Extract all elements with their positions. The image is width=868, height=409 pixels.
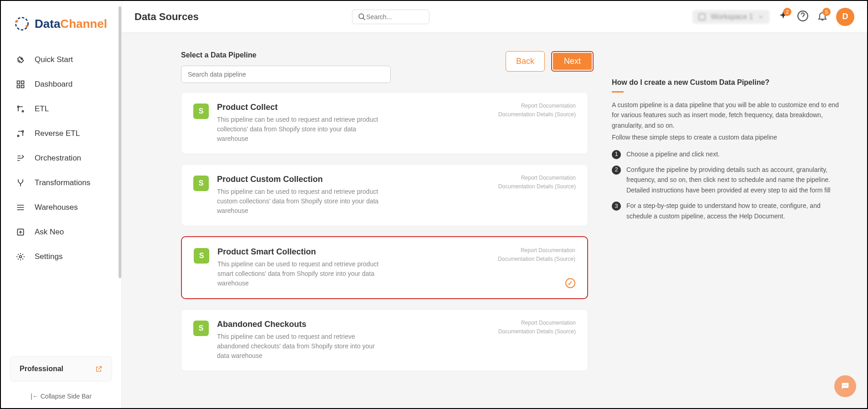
shopify-icon: S <box>193 321 209 336</box>
plan-label: Professional <box>20 365 63 373</box>
svg-point-11 <box>17 135 19 136</box>
workspace-selector[interactable]: Workspace 1 <box>692 10 770 24</box>
card-link-details[interactable]: Documentation Details (Source) <box>498 327 576 336</box>
help-paragraph: A custom pipeline is a data pipeline tha… <box>612 100 844 130</box>
page-title: Data Sources <box>134 11 199 23</box>
pipeline-cards: S Product Collect This pipeline can be u… <box>181 92 594 408</box>
help-steps: 1Choose a pipeline and click next.2Confi… <box>612 149 844 221</box>
logo-text-channel: Channel <box>60 17 107 31</box>
sidebar-item-label: Settings <box>35 252 62 261</box>
sidebar-item-quick-start[interactable]: Quick Start <box>1 47 121 72</box>
pipeline-card[interactable]: S Product Collect This pipeline can be u… <box>181 92 588 154</box>
logo-icon <box>14 16 30 32</box>
sidebar-item-label: Dashboard <box>35 80 72 89</box>
svg-point-9 <box>22 110 23 112</box>
global-search[interactable] <box>352 10 429 24</box>
ask-neo-icon <box>15 227 26 237</box>
svg-point-19 <box>846 385 847 386</box>
svg-rect-4 <box>17 81 20 84</box>
content: Select a Data Pipeline Back Next S Produ… <box>122 33 867 408</box>
help-panel: How do I create a new Custom Data Pipeli… <box>612 51 844 408</box>
next-button[interactable]: Next <box>551 51 594 72</box>
workspace-icon <box>698 13 706 21</box>
logo[interactable]: DataChannel <box>1 10 121 43</box>
pipeline-card[interactable]: S Product Custom Collection This pipelin… <box>181 164 588 226</box>
svg-point-2 <box>26 25 28 27</box>
card-link-docs[interactable]: Report Documentation <box>498 102 576 110</box>
sidebar-item-label: Transformations <box>35 178 90 187</box>
help-step: 2Configure the pipeline by providing det… <box>612 165 844 195</box>
sidebar-item-dashboard[interactable]: Dashboard <box>1 72 121 97</box>
svg-point-14 <box>359 14 364 19</box>
orchestration-icon <box>15 153 26 163</box>
etl-icon <box>15 104 26 114</box>
svg-point-17 <box>843 385 844 386</box>
svg-rect-6 <box>17 85 20 88</box>
sidebar-scrollbar[interactable] <box>119 6 121 278</box>
topbar: Data Sources Workspace 1 2 <box>122 1 867 33</box>
svg-point-1 <box>16 20 18 22</box>
sidebar-item-transformations[interactable]: Transformations <box>1 171 121 195</box>
plan-box[interactable]: Professional <box>10 356 112 382</box>
help-button[interactable] <box>797 10 809 24</box>
collapse-sidebar-button[interactable]: |← Collapse Side Bar <box>1 386 121 408</box>
shopify-icon: S <box>194 248 209 264</box>
card-link-docs[interactable]: Report Documentation <box>498 174 576 182</box>
card-description: This pipeline can be used to request and… <box>217 332 386 361</box>
sidebar-item-ask-neo[interactable]: Ask Neo <box>1 220 121 244</box>
external-link-icon <box>95 365 103 373</box>
sidebar-item-orchestration[interactable]: Orchestration <box>1 146 121 171</box>
step-text: Configure the pipeline by providing deta… <box>626 165 844 195</box>
pipeline-card[interactable]: S Abandoned Checkouts This pipeline can … <box>181 309 588 371</box>
svg-point-18 <box>845 385 846 386</box>
svg-rect-7 <box>21 85 24 88</box>
sidebar-item-settings[interactable]: Settings <box>1 244 121 269</box>
avatar[interactable]: D <box>836 8 854 26</box>
step-number: 3 <box>612 202 621 211</box>
sidebar-item-label: Reverse ETL <box>35 129 80 138</box>
chevron-down-icon <box>758 14 764 20</box>
shopify-icon: S <box>193 176 209 191</box>
avatar-letter: D <box>842 12 848 21</box>
sidebar-item-label: Ask Neo <box>35 228 64 237</box>
pipeline-card[interactable]: S Product Smart Collection This pipeline… <box>181 236 588 299</box>
svg-point-10 <box>22 130 23 132</box>
sidebar-item-etl[interactable]: ETL <box>1 97 121 121</box>
step-number: 2 <box>612 166 621 175</box>
help-title: How do I create a new Custom Data Pipeli… <box>612 78 844 87</box>
card-link-docs[interactable]: Report Documentation <box>498 319 576 327</box>
section-title: Select a Data Pipeline <box>181 51 391 59</box>
sidebar: DataChannel Quick Start Dashboard ETL Re… <box>1 1 122 408</box>
sidebar-nav: Quick Start Dashboard ETL Reverse ETL Or… <box>1 43 121 352</box>
pipeline-search-input[interactable] <box>181 66 391 83</box>
settings-icon <box>15 252 26 262</box>
dashboard-icon <box>15 79 26 89</box>
help-paragraph: Follow these simple steps to create a cu… <box>612 132 844 142</box>
card-description: This pipeline can be used to request and… <box>217 259 386 288</box>
card-description: This pipeline can be used to request and… <box>217 187 386 216</box>
card-link-details[interactable]: Documentation Details (Source) <box>498 110 576 119</box>
selected-check-icon <box>565 278 575 288</box>
sidebar-item-reverse-etl[interactable]: Reverse ETL <box>1 121 121 146</box>
back-button[interactable]: Back <box>506 51 545 72</box>
notifications-button[interactable]: 5 <box>817 10 828 23</box>
shopify-icon: S <box>193 104 209 119</box>
sparkle-badge: 2 <box>783 8 791 16</box>
step-text: For a step-by-step guide to understand h… <box>626 201 844 221</box>
chat-icon <box>840 381 850 391</box>
svg-point-13 <box>20 256 22 258</box>
sidebar-item-warehouses[interactable]: Warehouses <box>1 195 121 220</box>
global-search-input[interactable] <box>366 13 416 21</box>
svg-rect-5 <box>21 81 24 84</box>
chat-fab[interactable] <box>834 375 856 397</box>
collapse-label: Collapse Side Bar <box>41 393 92 400</box>
sidebar-item-label: Orchestration <box>35 154 81 163</box>
svg-point-0 <box>16 18 28 30</box>
sparkle-button[interactable]: 2 <box>778 10 789 23</box>
card-link-details[interactable]: Documentation Details (Source) <box>498 255 575 264</box>
svg-point-8 <box>17 106 19 107</box>
step-text: Choose a pipeline and click next. <box>626 149 720 159</box>
card-link-docs[interactable]: Report Documentation <box>498 246 575 255</box>
card-link-details[interactable]: Documentation Details (Source) <box>498 182 576 191</box>
main: Data Sources Workspace 1 2 <box>122 1 867 408</box>
